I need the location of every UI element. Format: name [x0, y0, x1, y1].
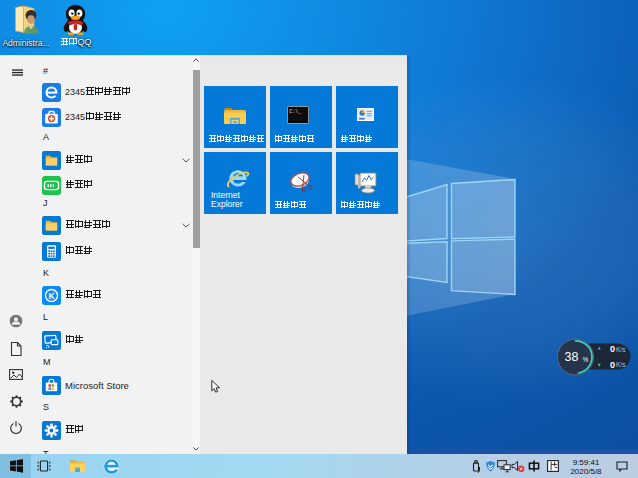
svg-text:0: 0 — [610, 360, 615, 370]
svg-text:K/s: K/s — [616, 346, 626, 353]
svg-text:0: 0 — [610, 344, 615, 354]
svg-text:%: % — [583, 356, 589, 363]
svg-text:C:\_: C:\_ — [289, 109, 302, 115]
svg-text:38: 38 — [565, 350, 579, 364]
svg-text:K/s: K/s — [616, 361, 626, 368]
svg-text:K: K — [48, 291, 55, 301]
